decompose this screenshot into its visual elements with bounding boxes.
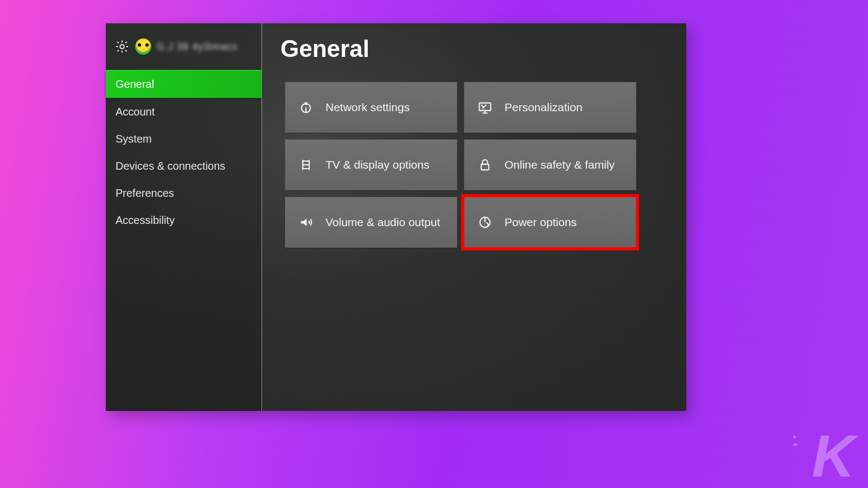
network-icon [297,99,315,116]
tile-grid: Network settings Personalization TV & di… [285,82,672,248]
tile-label: Power options [505,216,577,229]
power-icon [476,214,494,231]
lock-icon [476,156,494,174]
tile-label: TV & display options [326,158,429,171]
tv-display-icon [297,156,315,174]
sidebar-item-preferences[interactable]: Preferences [106,179,261,207]
tile-tv-display-options[interactable]: TV & display options [285,139,457,190]
tile-network-settings[interactable]: Network settings [285,82,457,133]
svg-rect-5 [481,164,489,170]
sidebar-item-system[interactable]: System [106,125,261,152]
sidebar-item-devices-connections[interactable]: Devices & connections [106,152,261,179]
sidebar-item-label: Devices & connections [116,160,225,172]
tile-label: Volume & audio output [326,216,440,229]
watermark-dots: ∙∙∙ [793,433,797,448]
sidebar-item-label: Account [116,106,155,118]
svg-point-4 [308,168,310,170]
svg-point-0 [120,44,124,48]
tile-personalization[interactable]: Personalization [464,82,636,133]
page-background: G.J 38 4y3imacs General Account System D… [0,0,868,488]
tile-label: Personalization [505,101,583,114]
sidebar-nav: General Account System Devices & connect… [106,70,261,234]
main-panel: General Network settings Personalization [262,23,686,411]
sidebar-item-account[interactable]: Account [106,98,261,125]
sidebar-item-label: Preferences [116,187,174,199]
tile-label: Online safety & family [505,158,615,171]
avatar[interactable] [135,38,151,55]
sidebar-item-accessibility[interactable]: Accessibility [106,207,261,234]
sidebar-item-general[interactable]: General [106,70,261,98]
page-title: General [280,35,672,62]
sidebar-item-label: System [116,133,152,145]
sidebar-item-label: Accessibility [116,214,175,226]
tile-label: Network settings [326,101,410,114]
sidebar: G.J 38 4y3imacs General Account System D… [106,23,262,411]
svg-point-3 [302,160,304,162]
settings-window: G.J 38 4y3imacs General Account System D… [106,23,686,411]
gamertag-label: G.J 38 4y3imacs [157,41,238,53]
watermark-logo: ∙∙∙ K [812,429,853,483]
volume-icon [297,214,315,231]
watermark-letter: K [812,422,853,488]
tile-power-options[interactable]: Power options [464,197,636,248]
gear-icon [114,39,130,54]
sidebar-item-label: General [116,78,154,90]
sidebar-header: G.J 38 4y3imacs [106,33,261,70]
tile-online-safety-family[interactable]: Online safety & family [464,139,636,190]
tile-volume-audio-output[interactable]: Volume & audio output [285,197,457,248]
personalization-icon [476,99,494,116]
